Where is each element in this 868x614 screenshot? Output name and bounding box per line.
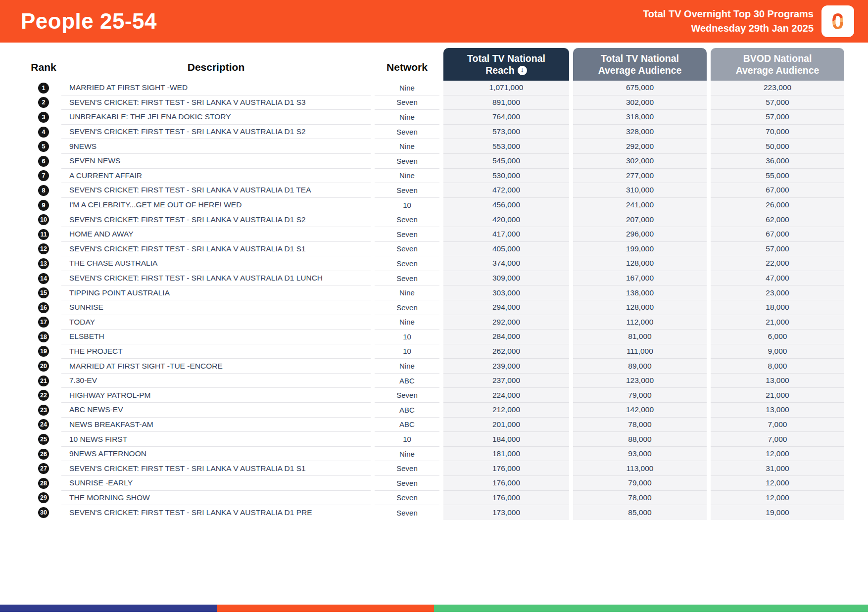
column-header-total-tv-reach[interactable]: Total TV National Reach ↓ — [443, 48, 569, 81]
reach-value: 292,000 — [443, 315, 569, 330]
rank-badge: 27 — [38, 463, 49, 474]
rank-cell: 28 — [30, 476, 57, 491]
program-description: A CURRENT AFFAIR — [61, 169, 371, 184]
table-row: 26 9NEWS AFTERNOON Nine 181,000 93,000 1… — [30, 447, 844, 462]
column-header-rank: Rank — [30, 61, 57, 81]
table-row: 10 SEVEN'S CRICKET: FIRST TEST - SRI LAN… — [30, 212, 844, 227]
rank-cell: 19 — [30, 344, 57, 359]
rank-cell: 21 — [30, 374, 57, 388]
table-row: 14 SEVEN'S CRICKET: FIRST TEST - SRI LAN… — [30, 271, 844, 286]
rank-cell: 27 — [30, 461, 57, 476]
network-cell: 10 — [375, 330, 439, 344]
rank-badge: 6 — [38, 156, 49, 167]
rank-cell: 10 — [30, 212, 57, 227]
column-header-bvod-average: BVOD National Average Audience — [711, 48, 844, 81]
oztam-logo-zero: 0 — [831, 10, 844, 33]
rank-badge: 5 — [38, 141, 49, 152]
program-description: TIPPING POINT AUSTRALIA — [61, 285, 371, 300]
reach-value: 553,000 — [443, 139, 569, 154]
footer-color-bar — [0, 605, 868, 612]
table-row: 8 SEVEN'S CRICKET: FIRST TEST - SRI LANK… — [30, 183, 844, 198]
network-cell: Seven — [375, 476, 439, 491]
rank-badge: 11 — [38, 229, 49, 240]
bvod-audience-value: 6,000 — [711, 330, 844, 344]
avg-audience-value: 302,000 — [573, 154, 707, 169]
avg-audience-value: 123,000 — [573, 374, 707, 388]
bvod-audience-value: 31,000 — [711, 461, 844, 476]
network-cell: Seven — [375, 491, 439, 506]
bvod-audience-value: 7,000 — [711, 418, 844, 432]
reach-value: 173,000 — [443, 505, 569, 520]
rank-badge: 28 — [38, 478, 49, 489]
rank-badge: 10 — [38, 214, 49, 225]
program-description: SUNRISE -EARLY — [61, 476, 371, 491]
reach-value: 181,000 — [443, 447, 569, 462]
avg-audience-value: 79,000 — [573, 388, 707, 403]
table-row: 23 ABC NEWS-EV ABC 212,000 142,000 13,00… — [30, 403, 844, 418]
reach-value: 237,000 — [443, 374, 569, 388]
rank-cell: 9 — [30, 198, 57, 213]
network-cell: 10 — [375, 344, 439, 359]
program-description: THE PROJECT — [61, 344, 371, 359]
network-cell: 10 — [375, 432, 439, 447]
table-row: 5 9NEWS Nine 553,000 292,000 50,000 — [30, 139, 844, 154]
reach-value: 530,000 — [443, 169, 569, 184]
bvod-audience-value: 8,000 — [711, 359, 844, 374]
program-description: SEVEN'S CRICKET: FIRST TEST - SRI LANKA … — [61, 125, 371, 140]
program-description: 10 NEWS FIRST — [61, 432, 371, 447]
network-cell: Seven — [375, 388, 439, 403]
program-description: TODAY — [61, 315, 371, 330]
rank-badge: 16 — [38, 302, 49, 313]
avg-audience-value: 93,000 — [573, 447, 707, 462]
table-row: 22 HIGHWAY PATROL-PM Seven 224,000 79,00… — [30, 388, 844, 403]
table-row: 28 SUNRISE -EARLY Seven 176,000 79,000 1… — [30, 476, 844, 491]
avg-audience-value: 142,000 — [573, 403, 707, 418]
rank-badge: 23 — [38, 405, 49, 416]
rank-badge: 3 — [38, 112, 49, 123]
reach-value: 573,000 — [443, 125, 569, 140]
reach-value: 417,000 — [443, 227, 569, 242]
avg-audience-value: 112,000 — [573, 315, 707, 330]
table-row: 1 MARRIED AT FIRST SIGHT -WED Nine 1,071… — [30, 81, 844, 95]
rank-cell: 13 — [30, 256, 57, 271]
rank-badge: 19 — [38, 346, 49, 357]
rank-badge: 24 — [38, 419, 49, 430]
avg-audience-value: 81,000 — [573, 330, 707, 344]
rank-badge: 8 — [38, 185, 49, 196]
reach-value: 891,000 — [443, 95, 569, 110]
avg-header-line2: Average Audience — [598, 64, 682, 76]
sort-descending-icon[interactable]: ↓ — [518, 66, 527, 75]
avg-audience-value: 328,000 — [573, 125, 707, 140]
reach-value: 405,000 — [443, 242, 569, 257]
rank-badge: 26 — [38, 449, 49, 460]
bvod-audience-value: 13,000 — [711, 374, 844, 388]
rank-badge: 22 — [38, 390, 49, 401]
avg-header-line1: Total TV National — [601, 52, 679, 64]
table-row: 7 A CURRENT AFFAIR Nine 530,000 277,000 … — [30, 169, 844, 184]
bvod-audience-value: 9,000 — [711, 344, 844, 359]
bvod-audience-value: 50,000 — [711, 139, 844, 154]
program-description: SEVEN'S CRICKET: FIRST TEST - SRI LANKA … — [61, 505, 371, 520]
avg-audience-value: 85,000 — [573, 505, 707, 520]
rank-cell: 30 — [30, 505, 57, 520]
reach-value: 309,000 — [443, 271, 569, 286]
network-cell: Seven — [375, 125, 439, 140]
rank-badge: 15 — [38, 287, 49, 298]
bvod-audience-value: 67,000 — [711, 227, 844, 242]
rank-cell: 14 — [30, 271, 57, 286]
reach-value: 420,000 — [443, 212, 569, 227]
table-row: 9 I'M A CELEBRITY...GET ME OUT OF HERE! … — [30, 198, 844, 213]
avg-audience-value: 167,000 — [573, 271, 707, 286]
rank-badge: 25 — [38, 434, 49, 445]
reach-value: 212,000 — [443, 403, 569, 418]
program-description: SEVEN'S CRICKET: FIRST TEST - SRI LANKA … — [61, 271, 371, 286]
network-cell: Seven — [375, 256, 439, 271]
network-cell: Seven — [375, 271, 439, 286]
column-header-total-tv-average: Total TV National Average Audience — [573, 48, 707, 81]
footer-segment-green — [434, 605, 868, 612]
program-description: I'M A CELEBRITY...GET ME OUT OF HERE! WE… — [61, 198, 371, 213]
table-row: 21 7.30-EV ABC 237,000 123,000 13,000 — [30, 374, 844, 388]
reach-value: 764,000 — [443, 110, 569, 125]
rank-cell: 16 — [30, 300, 57, 315]
avg-audience-value: 302,000 — [573, 95, 707, 110]
